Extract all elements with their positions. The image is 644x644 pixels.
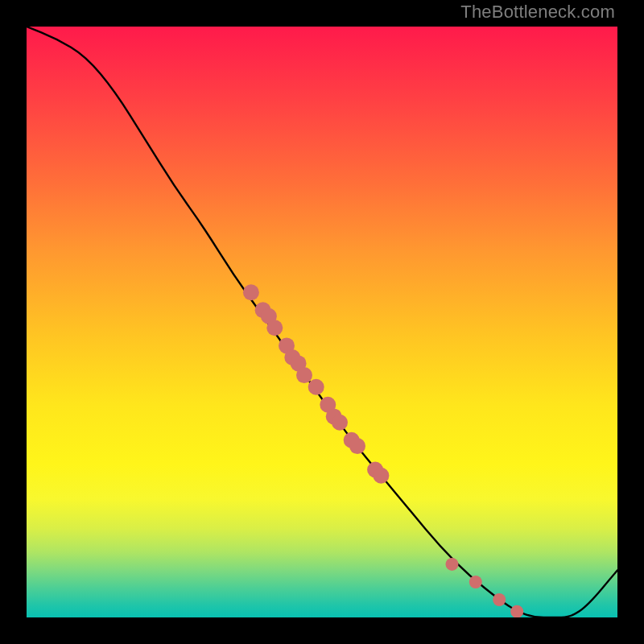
- plot-area: [27, 27, 617, 617]
- curve-point: [266, 320, 283, 336]
- curve-point: [349, 438, 365, 454]
- curve-point: [296, 367, 312, 383]
- curve-point: [308, 379, 324, 395]
- curve-line: [27, 27, 617, 617]
- curve-points-group: [243, 284, 523, 617]
- chart-frame: TheBottleneck.com: [0, 0, 644, 644]
- watermark-text: TheBottleneck.com: [460, 2, 615, 23]
- curve-point: [243, 284, 259, 300]
- curve-point: [469, 576, 482, 588]
- chart-svg: [27, 27, 617, 617]
- curve-point: [493, 593, 506, 606]
- curve-point: [332, 415, 348, 431]
- curve-point: [373, 468, 389, 484]
- curve-point: [446, 558, 459, 571]
- curve-point: [510, 605, 523, 617]
